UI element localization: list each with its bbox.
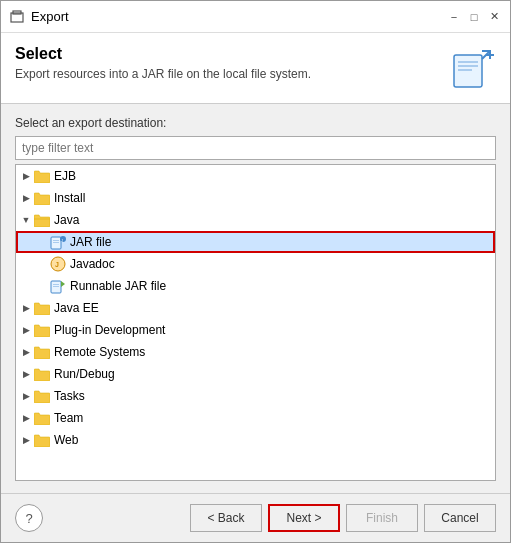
list-item: Java EE	[54, 301, 99, 315]
runnable-jar-icon	[50, 278, 66, 294]
tree-item-java-ee[interactable]: ▶ Java EE	[16, 297, 495, 319]
list-item: Run/Debug	[54, 367, 115, 381]
back-button[interactable]: < Back	[190, 504, 262, 532]
chevron-right-icon: ▶	[20, 368, 32, 380]
list-item: Javadoc	[70, 257, 115, 271]
window-title: Export	[31, 9, 446, 24]
tree-item-remote-systems[interactable]: ▶ Remote Systems	[16, 341, 495, 363]
chevron-right-icon: ▶	[20, 434, 32, 446]
filter-input[interactable]	[15, 136, 496, 160]
svg-text:J: J	[61, 238, 63, 243]
svg-marker-16	[61, 281, 65, 287]
tree-item-run-debug[interactable]: ▶ Run/Debug	[16, 363, 495, 385]
window-controls: − □ ✕	[446, 9, 502, 25]
maximize-button[interactable]: □	[466, 9, 482, 25]
folder-icon	[34, 432, 50, 448]
tree-item-javadoc[interactable]: ▶ J Javadoc	[16, 253, 495, 275]
folder-open-icon	[34, 212, 50, 228]
title-bar: Export − □ ✕	[1, 1, 510, 33]
header-text: Select Export resources into a JAR file …	[15, 45, 311, 81]
list-item: Runnable JAR file	[70, 279, 166, 293]
list-item: Team	[54, 411, 83, 425]
finish-button[interactable]: Finish	[346, 504, 418, 532]
list-item: Java	[54, 213, 79, 227]
export-icon	[448, 45, 496, 93]
folder-icon	[34, 388, 50, 404]
folder-icon	[34, 300, 50, 316]
folder-icon	[34, 322, 50, 338]
list-item: Web	[54, 433, 78, 447]
content-area: Select an export destination: ▶ EJB ▶ In…	[1, 104, 510, 493]
tree-item-web[interactable]: ▶ Web	[16, 429, 495, 451]
footer-buttons: < Back Next > Finish Cancel	[43, 504, 496, 532]
svg-text:J: J	[55, 261, 59, 268]
svg-rect-3	[458, 61, 478, 63]
tree-item-plugin-dev[interactable]: ▶ Plug-in Development	[16, 319, 495, 341]
cancel-button[interactable]: Cancel	[424, 504, 496, 532]
page-description: Export resources into a JAR file on the …	[15, 67, 311, 81]
folder-icon	[34, 168, 50, 184]
javadoc-icon: J	[50, 256, 66, 272]
folder-icon	[34, 344, 50, 360]
chevron-down-icon: ▼	[20, 214, 32, 226]
svg-rect-8	[53, 242, 59, 243]
list-item: Remote Systems	[54, 345, 145, 359]
chevron-right-icon: ▶	[20, 302, 32, 314]
export-dialog: Export − □ ✕ Select Export resources int…	[0, 0, 511, 543]
minimize-button[interactable]: −	[446, 9, 462, 25]
tree-item-jar-file[interactable]: ▶ J JAR file	[16, 231, 495, 253]
close-button[interactable]: ✕	[486, 9, 502, 25]
svg-rect-15	[53, 286, 59, 287]
svg-rect-5	[458, 69, 472, 71]
list-item: Install	[54, 191, 85, 205]
next-button[interactable]: Next >	[268, 504, 340, 532]
help-button[interactable]: ?	[15, 504, 43, 532]
svg-rect-4	[458, 65, 478, 67]
list-item: Plug-in Development	[54, 323, 165, 337]
jar-file-icon: J	[50, 234, 66, 250]
tree-item-install[interactable]: ▶ Install	[16, 187, 495, 209]
tree-item-tasks[interactable]: ▶ Tasks	[16, 385, 495, 407]
tree-item-java[interactable]: ▼ Java	[16, 209, 495, 231]
header-area: Select Export resources into a JAR file …	[1, 33, 510, 104]
list-item: Tasks	[54, 389, 85, 403]
page-title: Select	[15, 45, 311, 63]
svg-rect-7	[53, 240, 59, 241]
tree-container[interactable]: ▶ EJB ▶ Install ▼ Java	[15, 164, 496, 481]
folder-icon	[34, 190, 50, 206]
list-item: JAR file	[70, 235, 111, 249]
chevron-right-icon: ▶	[20, 192, 32, 204]
chevron-right-icon: ▶	[20, 390, 32, 402]
section-label: Select an export destination:	[15, 116, 496, 130]
list-item: EJB	[54, 169, 76, 183]
tree-item-runnable-jar[interactable]: ▶ Runnable JAR file	[16, 275, 495, 297]
tree-item-ejb[interactable]: ▶ EJB	[16, 165, 495, 187]
chevron-right-icon: ▶	[20, 324, 32, 336]
chevron-right-icon: ▶	[20, 346, 32, 358]
folder-icon	[34, 410, 50, 426]
chevron-right-icon: ▶	[20, 170, 32, 182]
tree-item-team[interactable]: ▶ Team	[16, 407, 495, 429]
svg-rect-14	[53, 284, 59, 285]
footer: ? < Back Next > Finish Cancel	[1, 493, 510, 542]
chevron-right-icon: ▶	[20, 412, 32, 424]
window-icon	[9, 9, 25, 25]
folder-icon	[34, 366, 50, 382]
